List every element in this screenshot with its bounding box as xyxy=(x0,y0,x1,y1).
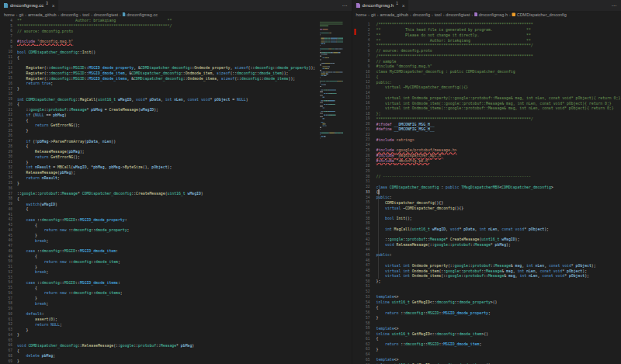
line-number[interactable]: 33 xyxy=(0,170,12,175)
line-number[interactable]: 58 xyxy=(0,301,12,307)
line-number[interactable]: 35 xyxy=(352,200,370,206)
code-line[interactable]: inline uint16_t GetMsgID<::dmconfig::dmo… xyxy=(376,331,621,336)
code-line[interactable]: public: xyxy=(376,195,621,200)
code-line[interactable]: delete pbMsg; xyxy=(17,353,320,359)
code-line[interactable] xyxy=(376,321,621,326)
line-number[interactable]: 40 xyxy=(352,226,370,231)
line-number[interactable]: 47 xyxy=(0,243,12,248)
code-line[interactable]: } xyxy=(17,86,320,92)
code-line[interactable]: } xyxy=(17,359,320,364)
code-line[interactable]: }; xyxy=(376,279,621,284)
code-line[interactable] xyxy=(376,168,621,174)
line-number[interactable]: 15 xyxy=(0,75,12,81)
breadcrumb-item[interactable]: tool xyxy=(435,12,442,17)
code-line[interactable]: { xyxy=(17,285,320,290)
code-line[interactable]: { xyxy=(17,144,320,149)
code-line[interactable] xyxy=(17,338,320,343)
code-line[interactable]: template<> xyxy=(376,357,621,362)
line-number[interactable]: 26 xyxy=(0,133,12,139)
code-line[interactable]: /***************************************… xyxy=(376,22,621,27)
line-number[interactable]: 23 xyxy=(0,117,12,123)
line-number[interactable]: 54 xyxy=(352,300,370,305)
code-line[interactable] xyxy=(17,306,320,311)
code-line[interactable]: #include "dmconfig.msg.h" xyxy=(376,64,621,69)
code-line[interactable]: return ::dmconfig::MSGID::MSGID_dmode_it… xyxy=(376,341,621,347)
line-number[interactable]: 32 xyxy=(0,165,12,170)
code-line[interactable]: return new ::dmconfig::dmode_item; xyxy=(17,259,320,265)
line-number[interactable]: 45 xyxy=(352,252,370,258)
code-line[interactable] xyxy=(376,352,621,357)
code-line[interactable]: class CDMDispatcher_dmconfig : public TM… xyxy=(376,184,621,189)
line-number[interactable]: 22 xyxy=(0,113,12,118)
editor-actions-more-icon[interactable]: ⋯ xyxy=(338,2,352,9)
code-line[interactable]: Register(::dmconfig::MSGID::MSGID_dmode_… xyxy=(17,71,320,76)
line-number[interactable]: 6 xyxy=(352,48,370,54)
code-line[interactable]: int nResult = MBCall(wMsgID, *pbMsg, pbM… xyxy=(17,165,320,170)
code-line[interactable] xyxy=(376,210,621,216)
code-line[interactable]: ReleaseMessage(pbMsg); xyxy=(17,149,320,154)
line-number[interactable]: 49 xyxy=(352,273,370,279)
line-number[interactable]: 41 xyxy=(0,212,12,217)
line-number[interactable]: 39 xyxy=(352,221,370,227)
code-line[interactable]: CDMDispatcher_dmconfig(){} xyxy=(376,200,621,206)
code-line[interactable]: virtual int Ondmode_property(::google::p… xyxy=(376,263,621,269)
line-number[interactable]: 3 xyxy=(352,33,370,38)
code-line[interactable] xyxy=(17,44,320,50)
code-line[interactable]: #include "dmconfig.msg.h" xyxy=(17,39,320,44)
line-number[interactable]: 63 xyxy=(0,327,12,332)
code-line[interactable]: } xyxy=(17,327,320,332)
line-number[interactable]: 41 xyxy=(352,231,370,237)
line-number[interactable]: 64 xyxy=(0,332,12,338)
line-number[interactable]: 16 xyxy=(0,81,12,86)
code-line[interactable]: virtual ~MyCDMDispatcher_dmconfig(){} xyxy=(376,85,621,90)
code-line[interactable]: ****************************************… xyxy=(376,43,621,48)
line-number[interactable]: 42 xyxy=(352,237,370,242)
code-area-right[interactable]: /***************************************… xyxy=(376,22,621,364)
line-number[interactable]: 25 xyxy=(352,147,370,153)
code-line[interactable] xyxy=(376,142,621,147)
code-line[interactable]: inline uint16_t GetMsgID<::dmconfig::dmo… xyxy=(376,300,621,305)
line-number[interactable]: 55 xyxy=(352,305,370,310)
code-line[interactable]: case ::dmconfig::MSGID::MSGID_dmode_prop… xyxy=(17,217,320,223)
breadcrumb-item[interactable]: home xyxy=(356,12,367,17)
code-line[interactable]: template<> xyxy=(376,326,621,331)
code-line[interactable] xyxy=(17,60,320,65)
line-number[interactable]: 27 xyxy=(352,158,370,164)
line-number[interactable]: 63 xyxy=(352,347,370,352)
line-number[interactable]: 11 xyxy=(352,75,370,80)
code-line[interactable]: return new ::dmconfig::dmode_property; xyxy=(17,227,320,233)
line-number[interactable]: 43 xyxy=(352,242,370,248)
line-number[interactable]: 7 xyxy=(352,54,370,59)
code-line[interactable]: ****************************************… xyxy=(376,116,621,122)
line-number[interactable]: 5 xyxy=(0,23,12,29)
line-number[interactable]: 16 xyxy=(352,100,370,106)
line-number[interactable]: 50 xyxy=(352,279,370,284)
line-number[interactable]: 24 xyxy=(352,142,370,147)
code-line[interactable] xyxy=(376,132,621,137)
close-tab-icon[interactable]: × xyxy=(402,2,405,9)
line-number[interactable]: 57 xyxy=(0,296,12,301)
line-number[interactable]: 12 xyxy=(352,79,370,85)
line-number[interactable]: 51 xyxy=(0,264,12,269)
line-number[interactable]: 5 xyxy=(352,43,370,48)
code-line[interactable]: ** Please do not change it directly. ** xyxy=(376,33,621,38)
code-line[interactable]: { xyxy=(17,102,320,107)
line-number[interactable]: 54 xyxy=(0,280,12,286)
line-number[interactable]: 66 xyxy=(0,343,12,348)
line-number[interactable]: 9 xyxy=(352,64,370,69)
code-line[interactable]: return GetErrorNG(); xyxy=(17,154,320,160)
line-number[interactable]: 31 xyxy=(352,179,370,185)
line-number[interactable]: 48 xyxy=(0,248,12,254)
code-line[interactable] xyxy=(376,163,621,168)
code-line[interactable]: void ReleaseMessage(::google::protobuf::… xyxy=(376,242,621,248)
code-line[interactable]: } xyxy=(17,159,320,165)
line-number[interactable]: 65 xyxy=(0,338,12,343)
code-line[interactable]: return true; xyxy=(17,81,320,86)
breadcrumb-item[interactable]: tool xyxy=(82,12,89,17)
line-number[interactable]: 29 xyxy=(352,168,370,174)
code-line[interactable]: break; xyxy=(17,301,320,307)
line-number[interactable]: 53 xyxy=(0,275,12,280)
line-number[interactable]: 19 xyxy=(352,116,370,122)
code-line[interactable]: #ifndef __DMCONFIG_MSG_H__ xyxy=(376,121,621,127)
line-number[interactable]: 37 xyxy=(352,210,370,216)
